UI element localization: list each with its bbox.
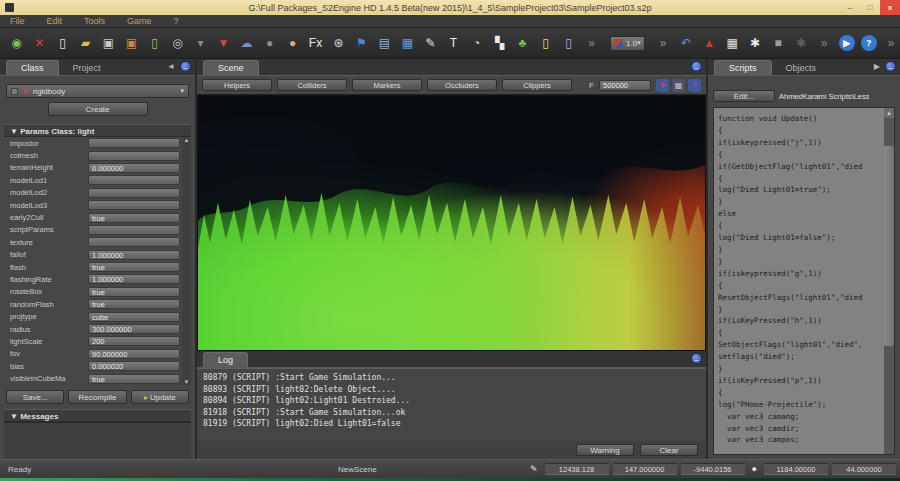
minimize-log-button[interactable]: – (691, 353, 702, 364)
gizmo-cross-icon[interactable]: ✚ (656, 79, 669, 92)
param-value-field[interactable]: 90.000000 (88, 349, 180, 359)
scene-globe-icon[interactable]: ◉ (6, 33, 27, 53)
create-button[interactable]: Create (48, 102, 148, 116)
terrain-icon[interactable]: ▲ (699, 33, 720, 53)
param-value-field[interactable]: true (88, 213, 180, 223)
scene-filter-button[interactable]: Helpers (202, 79, 272, 91)
save-button[interactable]: Save... (6, 390, 64, 404)
gear-icon[interactable]: ✱ (745, 33, 766, 53)
param-value-field[interactable] (88, 200, 180, 210)
undo-icon[interactable]: ↶ (676, 33, 697, 53)
param-value-field[interactable]: true (88, 287, 180, 297)
scene-filter-button[interactable]: Colliders (277, 79, 347, 91)
scene-filter-button[interactable]: Clippers (502, 79, 572, 91)
collapse-left-icon[interactable]: ◄ (167, 62, 175, 71)
class-type-dropdown[interactable]: ✕ rigidbody ▾ (6, 84, 189, 98)
scripts-panel-tab[interactable]: Objects (772, 61, 831, 75)
param-value-field[interactable]: 1.000000 (88, 274, 180, 284)
clear-button[interactable]: Clear (640, 444, 698, 456)
tab-scene[interactable]: Scene (203, 60, 259, 75)
small-sphere-icon[interactable]: ● (259, 33, 280, 53)
menu-item[interactable]: ? (174, 16, 179, 26)
play-icon[interactable]: ▶ (839, 35, 855, 51)
save-scene-icon[interactable]: ▣ (121, 33, 142, 53)
overflow-chevron[interactable]: » (881, 33, 900, 53)
yellow-note-icon[interactable]: ▯ (535, 33, 556, 53)
new-document-icon[interactable]: ▯ (52, 33, 73, 53)
screen-icon[interactable]: ■ (768, 33, 789, 53)
close-project-icon[interactable]: ✕ (29, 33, 50, 53)
menu-item[interactable]: Tools (84, 16, 105, 26)
cloud-icon[interactable]: ☁ (236, 33, 257, 53)
tab-log[interactable]: Log (203, 352, 248, 367)
remove-icon[interactable]: ✕ (22, 87, 29, 96)
layers-icon[interactable]: ▦ (672, 79, 685, 92)
overflow-chevron[interactable]: » (814, 33, 835, 53)
minimize-scripts-button[interactable]: – (885, 61, 896, 72)
scroll-up-icon[interactable]: ▲ (884, 108, 894, 118)
minimize-panel-button[interactable]: – (180, 61, 191, 72)
left-panel-tab[interactable]: Project (59, 61, 115, 75)
param-value-field[interactable]: 1.000000 (88, 250, 180, 260)
param-value-field[interactable]: 0.000000 (88, 163, 180, 173)
param-value-field[interactable] (88, 138, 180, 148)
messages-section-header[interactable]: ▼ Messages (4, 409, 191, 422)
param-value-field[interactable]: 300.000000 (88, 324, 180, 334)
warning-button[interactable]: Warning (576, 444, 634, 456)
params-section-header[interactable]: ▼ Params Class: light (4, 124, 191, 137)
help-icon[interactable]: ? (861, 35, 877, 51)
params-scrollbar[interactable]: ▲ ▼ (182, 137, 191, 385)
param-value-field[interactable] (88, 175, 180, 185)
menu-item[interactable]: Edit (47, 16, 63, 26)
scripts-panel-tab[interactable]: Scripts (714, 60, 772, 75)
param-value-field[interactable]: true (88, 299, 180, 309)
gear-disabled-icon[interactable]: ✱ (791, 33, 812, 53)
purple-note-icon[interactable]: ▯ (558, 33, 579, 53)
param-value-field[interactable] (88, 151, 180, 161)
text-tool-icon[interactable]: T (443, 33, 464, 53)
update-button[interactable]: ▸Update (131, 390, 189, 404)
log-content[interactable]: 80879 (SCRIPT) :Start Game Simulation...… (197, 368, 706, 441)
param-value-field[interactable]: cube (88, 312, 180, 322)
maximize-button[interactable]: □ (860, 0, 880, 15)
menu-item[interactable]: Game (127, 16, 152, 26)
disc-icon[interactable]: ◎ (167, 33, 188, 53)
gauge-icon[interactable]: ◔ (466, 33, 487, 53)
expand-right-icon[interactable]: ▶ (874, 62, 880, 71)
vegetation-icon[interactable]: ♣ (512, 33, 533, 53)
param-value-field[interactable] (88, 188, 180, 198)
grid-icon[interactable]: ▦ (722, 33, 743, 53)
script-editor[interactable]: function void Update(){if(iskeypressed("… (713, 107, 895, 455)
overflow-chevron[interactable]: » (581, 33, 602, 53)
sphere-icon[interactable]: ● (282, 33, 303, 53)
film-reel-icon[interactable]: ⊛ (328, 33, 349, 53)
overflow-chevron[interactable]: » (653, 33, 674, 53)
param-value-field[interactable]: true (88, 374, 180, 384)
scene-filter-button[interactable]: Occluders (427, 79, 497, 91)
minimize-scene-button[interactable]: – (691, 61, 702, 72)
shield-icon[interactable]: ▼ (213, 33, 234, 53)
param-value-field[interactable] (88, 225, 180, 235)
overflow-chevron[interactable]: ▾ (190, 33, 211, 53)
param-value-field[interactable]: true (88, 262, 180, 272)
minimize-button[interactable]: – (840, 0, 860, 15)
clipboard-icon[interactable]: ▤ (374, 33, 395, 53)
window-grid-icon[interactable]: ▦ (397, 33, 418, 53)
viewport-3d[interactable] (197, 95, 706, 351)
editor-scrollbar[interactable]: ▲ (884, 108, 894, 454)
close-view-icon[interactable]: ✕ (688, 79, 701, 92)
close-button[interactable]: x (880, 0, 900, 15)
scene-filter-button[interactable]: Markers (352, 79, 422, 91)
flag-icon[interactable]: ⚑ (351, 33, 372, 53)
checkerboard-icon[interactable]: ▚ (489, 33, 510, 53)
save-icon[interactable]: ▣ (98, 33, 119, 53)
left-panel-tab[interactable]: Class (6, 60, 59, 75)
recompile-button[interactable]: Recompile (68, 390, 126, 404)
param-value-field[interactable]: 0.000020 (88, 361, 180, 371)
far-plane-field[interactable]: 500000 (599, 80, 651, 91)
fx-icon[interactable]: Fx (305, 33, 326, 53)
scrollbar-thumb[interactable] (884, 146, 894, 346)
edit-script-button[interactable]: Edit... (713, 90, 775, 102)
scroll-up-icon[interactable]: ▲ (184, 137, 190, 143)
param-value-field[interactable] (88, 237, 180, 247)
